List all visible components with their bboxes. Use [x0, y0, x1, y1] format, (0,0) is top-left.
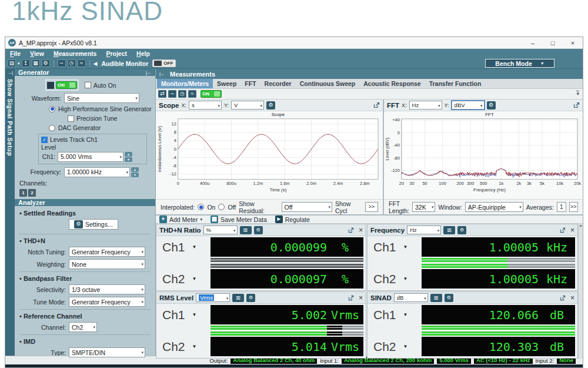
fft-y-select[interactable]: dBV▾: [452, 101, 485, 110]
auto-on-checkbox[interactable]: Auto On: [85, 82, 116, 89]
display-mode-icon[interactable]: ▥: [443, 226, 455, 234]
channel-selector[interactable]: Ch2▼: [159, 269, 211, 289]
hps-radio[interactable]: High Performance Sine Generator: [15, 105, 155, 112]
channel-selector[interactable]: Ch1▼: [159, 305, 211, 324]
weighting-select[interactable]: None▾: [69, 259, 145, 269]
fft-x-select[interactable]: Hz▾: [409, 101, 442, 110]
channel-1-button[interactable]: 1: [19, 189, 27, 197]
channel-selector[interactable]: Ch2▼: [370, 337, 422, 356]
waveform-icon[interactable]: ≈: [188, 90, 196, 98]
tab-fft[interactable]: FFT: [240, 79, 260, 88]
generator-power-toggle[interactable]: ON: [45, 79, 79, 91]
settings-icon[interactable]: ⚙: [42, 59, 50, 67]
popout-icon[interactable]: [348, 293, 354, 303]
frequency-stepper[interactable]: ▴▾: [131, 167, 139, 177]
scope-x-select[interactable]: s▾: [189, 101, 222, 110]
collapse-generator-icon[interactable]: |←: [146, 70, 152, 75]
save-meter-data-button[interactable]: ▦Save Meter Data: [211, 216, 267, 223]
fft-settings-icon[interactable]: ⚙: [487, 101, 496, 110]
unit-select[interactable]: Vrms▾: [196, 293, 230, 302]
settings-button[interactable]: ⚙Settings...: [69, 219, 118, 230]
monitor-icon[interactable]: ∼: [58, 59, 66, 67]
popout-icon[interactable]: [560, 225, 566, 236]
monitor-power-toggle[interactable]: ON: [201, 90, 222, 98]
gear-icon[interactable]: ⚙: [457, 226, 466, 234]
unit-select[interactable]: dB▾: [394, 293, 428, 302]
display-mode-icon[interactable]: ▥: [240, 226, 252, 234]
interpolated-off-radio[interactable]: Off: [218, 204, 236, 211]
gear-icon[interactable]: ⚙: [445, 294, 453, 302]
dac-radio[interactable]: DAC Generator: [15, 124, 155, 131]
popout-icon[interactable]: [348, 225, 354, 236]
popout-icon[interactable]: [560, 293, 566, 303]
imd-type-select[interactable]: SMPTE/DIN▾: [69, 347, 145, 357]
gear-icon[interactable]: ⚙: [254, 226, 263, 234]
fft-length-select[interactable]: 32K▾: [412, 202, 435, 212]
new-project-dropdown-icon[interactable]: ▾: [18, 61, 20, 66]
averages-input[interactable]: 1: [557, 202, 566, 212]
frequency-input[interactable]: 1.00000 kHz▾: [64, 167, 130, 177]
fft-popout-icon[interactable]: [573, 100, 580, 111]
clock-icon[interactable]: ◷: [178, 90, 186, 98]
close-icon[interactable]: ×: [570, 294, 574, 302]
menu-project[interactable]: Project: [106, 50, 127, 57]
add-meter-button[interactable]: +Add Meter▾: [159, 216, 202, 223]
signal-path-icon[interactable]: ⇄: [158, 90, 166, 98]
selectivity-select[interactable]: 1/3 octave▾: [69, 284, 145, 294]
regulate-button[interactable]: ▶Regulate: [275, 216, 310, 223]
tab-continuous-sweep[interactable]: Continuous Sweep: [296, 79, 360, 88]
maximize-button[interactable]: □: [543, 37, 563, 48]
channel-selector[interactable]: Ch1▼: [159, 237, 211, 257]
meters-scrollbar[interactable]: ▾: [578, 224, 583, 359]
display-mode-icon[interactable]: ▥: [430, 294, 442, 302]
show-residual-select[interactable]: Off▾: [282, 202, 332, 212]
waveform-icon[interactable]: ≈: [78, 59, 86, 67]
close-icon[interactable]: ×: [359, 226, 363, 234]
channel-selector[interactable]: Ch2▼: [370, 269, 422, 289]
scope-y-select[interactable]: V▾: [231, 101, 264, 110]
signal-path-strip[interactable]: →| Show Signal Path Setup: [5, 69, 15, 356]
collapse-measurements-icon[interactable]: |←: [159, 71, 165, 77]
interpolated-on-radio[interactable]: On: [198, 204, 215, 211]
save-project-icon[interactable]: ▦: [32, 59, 40, 67]
menu-file[interactable]: File: [10, 50, 21, 57]
ch1-level-input[interactable]: 5.000 Vrms▾: [58, 152, 123, 162]
menu-measurements[interactable]: Measurements: [54, 50, 97, 57]
open-project-icon[interactable]: ↥: [22, 59, 30, 67]
pin-icon[interactable]: ▾: [576, 91, 579, 97]
close-icon[interactable]: ×: [359, 294, 363, 302]
tab-recorder[interactable]: Recorder: [260, 79, 296, 88]
tab-transfer-function[interactable]: Transfer Function: [425, 79, 486, 88]
levels-track-checkbox[interactable]: ✓Levels Track Ch1: [41, 136, 144, 143]
channel-select[interactable]: Ch2▾: [69, 322, 97, 332]
window-select[interactable]: AP-Equiripple▾: [465, 202, 523, 212]
scope-more-button[interactable]: >>: [365, 202, 378, 212]
close-button[interactable]: ×: [563, 37, 583, 48]
waveform-select[interactable]: Sine▾: [64, 93, 139, 103]
display-mode-icon[interactable]: ▥: [232, 294, 244, 302]
ch1-level-stepper[interactable]: ▴▾: [125, 151, 132, 162]
channel-2-button[interactable]: 2: [28, 189, 36, 197]
menu-help[interactable]: Help: [136, 50, 150, 57]
channel-selector[interactable]: Ch2▼: [159, 337, 211, 356]
tune-mode-select[interactable]: Generator Frequency▾: [69, 297, 145, 307]
monitor-icon[interactable]: ∼: [168, 90, 176, 98]
precision-tune-checkbox[interactable]: Precision Tune: [15, 115, 155, 122]
notch-tuning-select[interactable]: Generator Frequency▾: [69, 247, 145, 257]
tab-monitors-meters[interactable]: Monitors/Meters: [157, 79, 213, 88]
scope-settings-icon[interactable]: ⚙: [266, 101, 275, 110]
channel-selector[interactable]: Ch1▼: [370, 305, 422, 324]
tab-acoustic-response[interactable]: Acoustic Response: [359, 79, 425, 88]
unit-select[interactable]: Hz▾: [407, 226, 441, 234]
new-project-icon[interactable]: ▤: [8, 59, 16, 67]
scope-popout-icon[interactable]: [373, 100, 380, 111]
fft-more-button[interactable]: >>: [569, 202, 578, 212]
close-icon[interactable]: ×: [570, 226, 574, 234]
bench-mode-dropdown[interactable]: Bench Mode▼: [485, 59, 554, 68]
gear-icon[interactable]: ⚙: [246, 294, 255, 302]
minimize-button[interactable]: –: [523, 37, 543, 48]
tab-sweep[interactable]: Sweep: [213, 79, 240, 88]
menu-view[interactable]: View: [30, 50, 44, 57]
channel-selector[interactable]: Ch1▼: [370, 237, 422, 257]
audible-monitor-toggle[interactable]: OFF: [152, 59, 176, 67]
